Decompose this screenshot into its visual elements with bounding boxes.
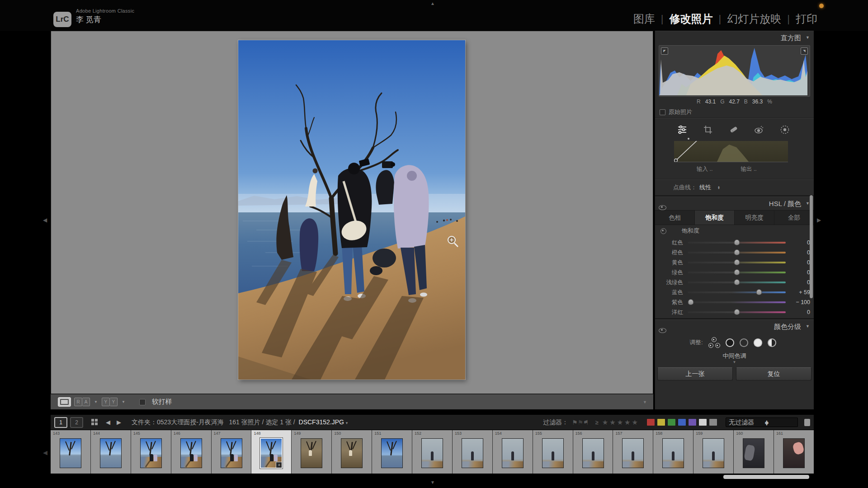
next-photo-arrow-icon[interactable]: ▶ bbox=[117, 419, 121, 426]
color-label-swatch-0[interactable] bbox=[646, 418, 655, 426]
left-panel-edge-arrow-icon[interactable]: ◀ bbox=[43, 217, 47, 223]
filter-preset-select[interactable]: 无过滤器 ▲▼ bbox=[726, 418, 798, 427]
original-photo-checkbox[interactable] bbox=[660, 109, 665, 115]
star-rating-filter[interactable]: ★★★★★ bbox=[602, 418, 639, 427]
hsl-panel-eye-icon[interactable] bbox=[659, 205, 666, 210]
slider-thumb[interactable] bbox=[734, 249, 740, 255]
filmstrip-cell-150[interactable]: 150 bbox=[332, 430, 372, 474]
filmstrip-cell-160[interactable]: 160 bbox=[734, 430, 774, 474]
basic-adjust-tool-icon[interactable] bbox=[677, 124, 688, 135]
before-after-dropdown-icon[interactable]: ▼ bbox=[94, 400, 98, 404]
filmstrip-cell-161[interactable]: 161 bbox=[774, 430, 814, 474]
photo-thumbnail[interactable] bbox=[422, 439, 443, 468]
filmstrip-cell-143[interactable]: 143 bbox=[51, 430, 90, 474]
filmstrip-cell-157[interactable]: 157 bbox=[613, 430, 653, 474]
photo-thumbnail[interactable] bbox=[783, 439, 804, 468]
previous-button[interactable]: 上一张 bbox=[657, 367, 733, 380]
midtone-expand-icon[interactable]: ▼ bbox=[655, 360, 814, 366]
filmstrip-cell-159[interactable]: 159 bbox=[693, 430, 733, 474]
histogram[interactable]: ◤ ◥ bbox=[659, 45, 810, 97]
main-photo[interactable] bbox=[238, 40, 465, 380]
healing-tool-icon[interactable] bbox=[728, 125, 738, 135]
slider-track[interactable] bbox=[688, 252, 786, 253]
photo-thumbnail[interactable] bbox=[663, 439, 684, 468]
photo-thumbnail[interactable] bbox=[141, 439, 161, 468]
filmstrip-cell-146[interactable]: 146 bbox=[171, 430, 211, 474]
shadows-wheel-icon[interactable] bbox=[726, 338, 734, 347]
color-label-swatch-4[interactable] bbox=[688, 418, 697, 426]
slider-thumb[interactable] bbox=[688, 299, 693, 305]
photo-thumbnail[interactable] bbox=[462, 439, 483, 468]
compare-dropdown-icon[interactable]: ▼ bbox=[122, 400, 125, 404]
slider-track[interactable] bbox=[688, 262, 786, 263]
slider-track[interactable] bbox=[688, 242, 786, 244]
photo-thumbnail[interactable] bbox=[623, 439, 643, 468]
color-label-swatch-1[interactable] bbox=[657, 418, 665, 426]
filmstrip-cell-153[interactable]: 153 bbox=[453, 430, 492, 474]
reset-button[interactable]: 复位 bbox=[736, 367, 811, 380]
right-panel-scrollbar[interactable] bbox=[810, 195, 813, 298]
right-panel-edge-arrow-icon[interactable]: ▶ bbox=[817, 217, 821, 223]
unflagged-flag-icon[interactable]: ⚑ bbox=[577, 419, 583, 426]
reject-flag-icon[interactable]: ⚑ bbox=[583, 419, 589, 426]
slider-thumb[interactable] bbox=[734, 309, 740, 315]
global-wheel-icon[interactable] bbox=[768, 338, 776, 347]
photo-thumbnail[interactable] bbox=[100, 439, 121, 468]
tone-curve-graph[interactable] bbox=[674, 141, 788, 162]
photo-thumbnail[interactable] bbox=[743, 439, 764, 468]
toolbar-options-icon[interactable]: ▼ bbox=[643, 400, 647, 404]
masking-tool-icon[interactable] bbox=[779, 124, 790, 135]
hsl-tab-2[interactable]: 明亮度 bbox=[735, 211, 774, 225]
photo-thumbnail[interactable] bbox=[502, 439, 523, 468]
before-after-left-button[interactable]: R bbox=[74, 398, 82, 406]
color-grading-panel-header[interactable]: 颜色分级 ▼ bbox=[655, 319, 814, 333]
bottom-panel-collapse-icon[interactable]: ▼ bbox=[430, 480, 435, 485]
module-0[interactable]: 图库 bbox=[633, 12, 655, 26]
color-label-swatch-6[interactable] bbox=[709, 418, 717, 426]
compare-left-button[interactable]: Y bbox=[102, 398, 110, 406]
before-after-right-button[interactable]: A bbox=[82, 398, 90, 406]
slider-thumb[interactable] bbox=[756, 289, 762, 295]
slider-track[interactable] bbox=[688, 272, 786, 273]
filmstrip-cell-147[interactable]: 147 bbox=[212, 430, 251, 474]
filmstrip-cell-158[interactable]: 158 bbox=[653, 430, 693, 474]
highlights-wheel-icon[interactable] bbox=[754, 338, 762, 347]
filmstrip-cell-149[interactable]: 149 bbox=[292, 430, 331, 474]
highlight-clipping-icon[interactable]: ◥ bbox=[801, 47, 808, 55]
previous-photo-arrow-icon[interactable]: ◀ bbox=[106, 419, 110, 426]
filmstrip-cell-156[interactable]: 156 bbox=[573, 430, 613, 474]
color-label-swatch-5[interactable] bbox=[698, 418, 707, 426]
module-3[interactable]: 打印 bbox=[796, 12, 817, 26]
photo-thumbnail[interactable] bbox=[382, 439, 402, 468]
rating-operator[interactable]: ≥ bbox=[595, 419, 599, 426]
module-1[interactable]: 修改照片 bbox=[670, 12, 713, 26]
crop-tool-icon[interactable] bbox=[703, 125, 713, 135]
filmstrip-cell-144[interactable]: 144 bbox=[91, 430, 131, 474]
pick-flag-icon[interactable]: ⚑ bbox=[572, 419, 578, 426]
histogram-panel-header[interactable]: 直方图 ▼ bbox=[655, 31, 814, 44]
slider-thumb[interactable] bbox=[734, 279, 740, 285]
photo-thumbnail[interactable] bbox=[181, 439, 202, 468]
compare-right-button[interactable]: Y bbox=[110, 398, 118, 406]
grid-view-icon[interactable] bbox=[91, 419, 98, 426]
histogram-collapse-icon[interactable]: ▼ bbox=[806, 31, 810, 44]
hsl-collapse-icon[interactable]: ▼ bbox=[806, 197, 810, 210]
filmstrip-scroll-left-icon[interactable]: ◀ bbox=[43, 449, 47, 456]
color-grading-eye-icon[interactable] bbox=[659, 328, 666, 333]
hsl-tab-3[interactable]: 全部 bbox=[774, 211, 814, 225]
filmstrip-source-info[interactable]: 文件夹：0523大理面授-月夜洱海 161 张照片 / 选定 1 张 / DSC… bbox=[132, 418, 348, 427]
filmstrip-cell-154[interactable]: 154 bbox=[493, 430, 533, 474]
hsl-tab-1[interactable]: 饱和度 bbox=[695, 211, 735, 225]
slider-thumb[interactable] bbox=[734, 269, 740, 275]
photo-thumbnail[interactable] bbox=[583, 439, 604, 468]
soft-proof-checkbox[interactable] bbox=[139, 399, 146, 405]
filmstrip-cell-152[interactable]: 152 bbox=[412, 430, 452, 474]
three-way-wheels-icon[interactable] bbox=[708, 337, 720, 348]
photo-thumbnail[interactable] bbox=[301, 439, 322, 468]
point-curve-stepper-icon[interactable]: ▲▼ bbox=[717, 186, 720, 189]
top-panel-collapse-icon[interactable]: ▲ bbox=[430, 1, 435, 6]
slider-track[interactable] bbox=[688, 301, 786, 303]
filmstrip-cell-145[interactable]: 145 bbox=[131, 430, 171, 474]
point-curve-value[interactable]: 线性 bbox=[699, 183, 711, 192]
photo-thumbnail[interactable] bbox=[60, 439, 81, 468]
